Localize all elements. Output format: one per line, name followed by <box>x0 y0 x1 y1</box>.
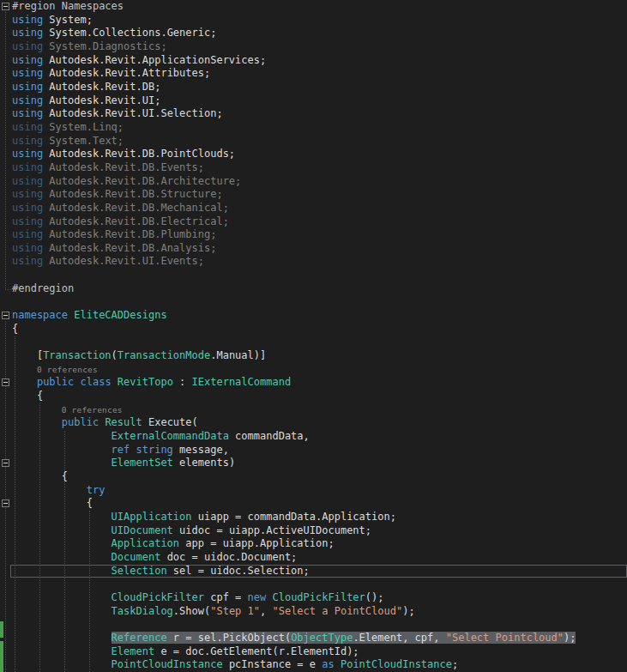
code-token: using <box>12 67 49 79</box>
code-line[interactable]: try <box>0 484 627 498</box>
code-token: uidoc = uiapp.ActiveUIDocument; <box>179 524 371 536</box>
code-token: e = doc.GetElement(r.ElementId); <box>160 645 359 657</box>
code-line[interactable]: using Autodesk.Revit.UI.Events; <box>0 255 627 269</box>
code-token: : <box>173 376 192 388</box>
code-line[interactable]: using Autodesk.Revit.DB.Analysis; <box>0 242 627 256</box>
code-token: using <box>12 121 49 133</box>
code-token: ); <box>402 605 414 617</box>
code-token: "Select a PointCloud" <box>272 605 402 617</box>
code-token: sel = uidoc.Selection; <box>173 565 310 577</box>
code-line[interactable]: using System.Collections.Generic; <box>0 27 627 40</box>
fold-collapse-icon[interactable] <box>2 499 9 507</box>
code-line[interactable]: using Autodesk.Revit.ApplicationServices… <box>0 54 627 68</box>
code-token <box>12 591 112 603</box>
code-token: Reference <box>112 632 173 644</box>
code-line[interactable]: Document doc = uidoc.Document; <box>0 551 627 565</box>
codelens-references-label[interactable]: 0 references <box>12 405 123 415</box>
code-token: Document <box>112 551 167 563</box>
code-token: using <box>12 215 49 227</box>
code-token <box>12 537 112 549</box>
code-token: ElementSet <box>112 457 179 469</box>
code-line[interactable]: ExternalCommandData commandData, <box>0 430 627 444</box>
code-line[interactable]: public class RevitTopo : IExternalComman… <box>0 376 627 390</box>
code-line[interactable]: [Transaction(TransactionMode.Manual)] <box>0 349 627 363</box>
codelens-references-label[interactable]: 0 references <box>12 365 98 374</box>
code-line[interactable] <box>0 336 627 349</box>
code-token: using <box>12 14 49 26</box>
code-line[interactable]: { <box>0 470 627 484</box>
code-token: ref <box>112 444 136 456</box>
code-line[interactable]: TaskDialog.Show("Step 1", "Select a Poin… <box>0 605 627 619</box>
code-token: { <box>12 390 43 402</box>
code-line[interactable]: Application app = uiapp.Application; <box>0 537 627 551</box>
code-line[interactable]: using Autodesk.Revit.DB.Mechanical; <box>0 202 627 215</box>
code-line[interactable] <box>0 269 627 282</box>
code-line[interactable]: using Autodesk.Revit.DB.Electrical; <box>0 215 627 229</box>
code-line[interactable]: UIDocument uidoc = uiapp.ActiveUIDocumen… <box>0 524 627 538</box>
code-token <box>12 524 112 536</box>
code-line[interactable]: CloudPickFilter cpf = new CloudPickFilte… <box>0 591 627 605</box>
code-token: Autodesk.Revit.UI.Events; <box>49 255 204 267</box>
code-line[interactable]: { <box>0 497 627 511</box>
code-line[interactable]: using Autodesk.Revit.DB; <box>0 81 627 94</box>
code-line[interactable]: using Autodesk.Revit.DB.Architecture; <box>0 175 627 189</box>
fold-collapse-icon[interactable] <box>2 459 9 467</box>
code-line[interactable]: #endregion <box>0 282 627 296</box>
code-token: doc = uidoc.Document; <box>167 551 298 563</box>
code-token: namespace <box>12 309 74 321</box>
code-line[interactable]: using Autodesk.Revit.DB.Events; <box>0 161 627 175</box>
code-line[interactable]: using Autodesk.Revit.Attributes; <box>0 67 627 81</box>
codelens-line[interactable]: 0 references <box>0 363 627 377</box>
code-line[interactable]: { <box>0 323 627 336</box>
code-line[interactable]: public Result Execute( <box>0 416 627 430</box>
code-token: ExternalCommandData <box>112 430 236 442</box>
fold-collapse-icon[interactable] <box>2 378 9 386</box>
code-line[interactable]: using System.Linq; <box>0 121 627 135</box>
code-token: System.Diagnostics; <box>49 40 166 52</box>
code-token: Selection <box>112 565 173 577</box>
code-line[interactable]: using Autodesk.Revit.UI.Selection; <box>0 107 627 121</box>
code-line[interactable] <box>0 295 627 309</box>
code-token: "Select Pointcloud" <box>446 632 564 644</box>
code-line[interactable]: ref string message, <box>0 444 627 457</box>
code-line[interactable]: PointCloudInstance pcInstance = e as Poi… <box>0 658 627 672</box>
code-line[interactable]: using System; <box>0 14 627 27</box>
code-line[interactable]: Element e = doc.GetElement(r.ElementId); <box>0 645 627 659</box>
fold-collapse-icon[interactable] <box>2 3 9 10</box>
code-line[interactable]: UIApplication uiapp = commandData.Applic… <box>0 511 627 524</box>
code-token: System.Collections.Generic; <box>49 27 216 39</box>
code-line[interactable]: using Autodesk.Revit.DB.Structure; <box>0 188 627 202</box>
code-token: Autodesk.Revit.UI; <box>49 94 160 106</box>
code-token: using <box>12 242 49 254</box>
code-token: Autodesk.Revit.DB.Electrical; <box>49 215 229 227</box>
fold-collapse-icon[interactable] <box>2 312 9 319</box>
code-line[interactable]: using Autodesk.Revit.UI; <box>0 94 627 108</box>
code-line[interactable]: #region Namespaces <box>0 0 627 14</box>
code-line[interactable] <box>0 578 627 591</box>
code-line[interactable]: Selection sel = uidoc.Selection; <box>0 565 627 578</box>
code-line[interactable]: Reference r = sel.PickObject(ObjectType.… <box>0 632 627 645</box>
code-line[interactable]: namespace EliteCADDesigns <box>0 309 627 323</box>
code-line[interactable]: using Autodesk.Revit.DB.PointClouds; <box>0 148 627 161</box>
code-line[interactable] <box>0 618 627 632</box>
code-token: using <box>12 40 49 52</box>
code-token: as <box>322 658 341 670</box>
code-line[interactable]: ElementSet elements) <box>0 457 627 470</box>
code-line[interactable]: using System.Text; <box>0 135 627 148</box>
code-line[interactable]: using Autodesk.Revit.DB.Plumbing; <box>0 228 627 242</box>
code-token: new <box>248 591 273 603</box>
code-token <box>12 484 87 496</box>
code-token: using <box>12 135 49 147</box>
codelens-line[interactable]: 0 references <box>0 403 627 417</box>
code-token: TransactionMode <box>118 349 210 361</box>
code-line[interactable]: using System.Diagnostics; <box>0 40 627 54</box>
code-token: Autodesk.Revit.DB.Plumbing; <box>49 228 216 240</box>
code-token <box>12 511 112 523</box>
code-token: PointCloudInstance <box>112 658 229 670</box>
code-token: using <box>12 228 49 240</box>
code-line[interactable]: { <box>0 390 627 403</box>
code-token: using <box>12 175 49 187</box>
code-token: EliteCADDesigns <box>74 309 166 321</box>
code-token: UIApplication <box>112 511 198 523</box>
code-token: using <box>12 27 49 39</box>
